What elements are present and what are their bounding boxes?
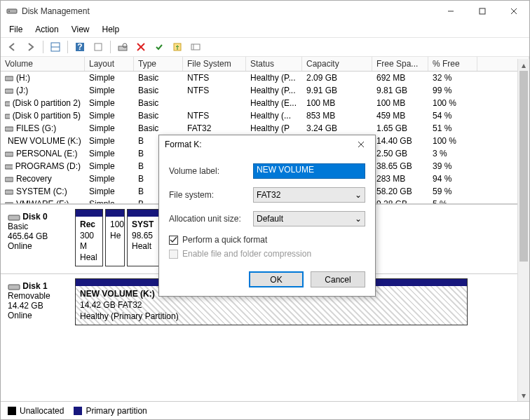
svg-rect-29 (8, 215, 20, 220)
delete-icon[interactable] (133, 39, 149, 55)
app-icon (6, 6, 18, 17)
col-capacity[interactable]: Capacity (302, 57, 372, 71)
toolbar-icon[interactable] (188, 39, 203, 55)
col-status[interactable]: Status (246, 57, 302, 71)
svg-rect-19 (5, 89, 13, 93)
vertical-scrollbar[interactable]: ▴ ▾ (517, 59, 529, 401)
table-row[interactable]: (Disk 0 partition 2)SimpleBasicHealthy (… (1, 97, 529, 109)
menubar: File Action View Help (1, 22, 529, 37)
scroll-up-icon[interactable]: ▴ (518, 59, 529, 71)
svg-rect-10 (95, 43, 102, 50)
dialog-close-button[interactable] (353, 136, 369, 153)
col-filesystem[interactable]: File System (183, 57, 246, 71)
legend-unallocated: Unallocated (20, 406, 64, 416)
col-layout[interactable]: Layout (85, 57, 134, 71)
table-row[interactable]: FILES (G:)SimpleBasicFAT32Healthy (P3.24… (1, 122, 529, 135)
chevron-down-icon: ⌄ (355, 214, 362, 224)
svg-rect-20 (5, 102, 10, 106)
svg-rect-11 (118, 46, 127, 50)
col-pctfree[interactable]: % Free (428, 57, 477, 71)
window-title: Disk Management (22, 6, 435, 16)
allocation-unit-select[interactable]: Default ⌄ (253, 211, 365, 226)
toolbar-icon[interactable] (170, 39, 185, 55)
svg-rect-27 (5, 190, 13, 194)
format-dialog: Format K: Volume label: NEW VOLUME File … (158, 135, 376, 297)
col-volume[interactable]: Volume (1, 57, 85, 71)
scrollbar-thumb[interactable] (519, 71, 528, 262)
enable-compression-checkbox: Enable file and folder compression (169, 249, 365, 259)
toolbar-icon[interactable] (48, 39, 63, 55)
svg-rect-34 (170, 250, 178, 258)
toolbar-icon[interactable] (115, 39, 130, 55)
table-row[interactable]: (J:)SimpleBasicNTFSHealthy (P...9.91 GB9… (1, 84, 529, 97)
partition[interactable]: SYST98.65Healt (127, 209, 161, 266)
help-icon[interactable]: ? (72, 39, 88, 55)
toolbar-icon[interactable] (90, 39, 106, 55)
svg-rect-30 (8, 285, 20, 290)
menu-action[interactable]: Action (29, 23, 64, 36)
svg-rect-28 (5, 203, 13, 204)
partition[interactable]: Rec300 MHeal (75, 209, 103, 266)
col-type[interactable]: Type (134, 57, 183, 71)
allocation-unit-label: Allocation unit size: (169, 214, 253, 224)
svg-rect-21 (5, 114, 10, 118)
chevron-down-icon: ⌄ (355, 190, 362, 200)
titlebar: Disk Management (1, 1, 529, 22)
svg-rect-24 (5, 152, 13, 156)
scroll-down-icon[interactable]: ▾ (518, 389, 529, 401)
svg-rect-26 (5, 177, 13, 182)
quick-format-checkbox[interactable]: Perform a quick format (169, 235, 365, 245)
cancel-button[interactable]: Cancel (311, 271, 365, 287)
back-button[interactable] (5, 39, 20, 55)
list-header: Volume Layout Type File System Status Ca… (1, 57, 529, 72)
volume-label-label: Volume label: (169, 166, 253, 176)
svg-rect-25 (5, 165, 13, 169)
menu-file[interactable]: File (4, 23, 28, 36)
svg-rect-3 (480, 8, 485, 14)
legend-primary: Primary partition (86, 406, 147, 416)
forward-button[interactable] (23, 39, 39, 55)
svg-rect-22 (5, 127, 13, 131)
legend: Unallocated Primary partition (1, 401, 529, 419)
svg-rect-16 (191, 44, 200, 50)
table-row[interactable]: (H:)SimpleBasicNTFSHealthy (P...2.09 GB6… (1, 72, 529, 84)
dialog-title: Format K: (165, 140, 353, 149)
minimize-button[interactable] (435, 1, 466, 21)
filesystem-label: File system: (169, 190, 253, 200)
filesystem-select[interactable]: FAT32 ⌄ (253, 187, 365, 203)
close-button[interactable] (498, 1, 529, 21)
svg-text:?: ? (77, 42, 82, 52)
maximize-button[interactable] (466, 1, 498, 21)
toolbar: ? (1, 37, 529, 57)
check-icon[interactable] (151, 39, 167, 55)
table-row[interactable]: (Disk 0 partition 5)SimpleBasicNTFSHealt… (1, 109, 529, 122)
menu-view[interactable]: View (66, 23, 95, 36)
col-freespace[interactable]: Free Spa... (372, 57, 428, 71)
menu-help[interactable]: Help (97, 23, 125, 36)
svg-point-1 (8, 11, 10, 12)
svg-rect-18 (5, 76, 13, 81)
volume-label-input[interactable]: NEW VOLUME (253, 163, 365, 179)
ok-button[interactable]: OK (249, 271, 304, 287)
partition[interactable]: 100He (105, 209, 125, 266)
